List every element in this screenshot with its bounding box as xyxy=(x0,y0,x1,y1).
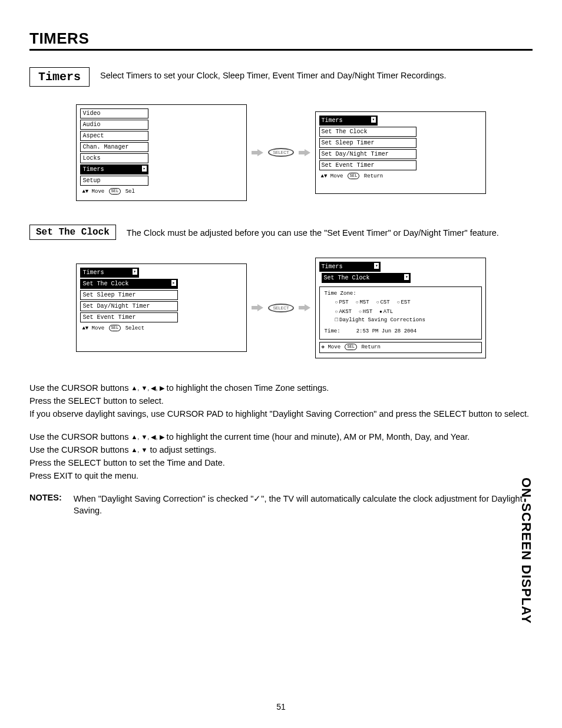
menu-item-set-clock-selected: Set The Clock▸ xyxy=(80,279,178,289)
updown-icon: ▲▼ xyxy=(82,325,88,331)
time-value: 2:53 PM Jun 28 2004 xyxy=(356,328,417,334)
tz-row-2: AKST HST ATL xyxy=(335,309,477,316)
menu-item-set-daynight: Set Day/Night Timer xyxy=(80,301,178,311)
sel-button-icon: SEL xyxy=(109,325,121,331)
chevron-down-icon: ▾ xyxy=(133,269,137,275)
instr-text: Use the CURSOR buttons xyxy=(29,445,131,454)
menu-item-locks: Locks xyxy=(80,153,148,163)
page-number: 51 xyxy=(0,702,562,711)
arrow-right-icon xyxy=(252,149,263,156)
menu-header-timers: Timers▾ xyxy=(319,262,381,272)
chevron-down-icon: ▾ xyxy=(404,274,409,280)
menu-footer: ▲▼ Move SEL Return xyxy=(319,172,417,182)
menu-item-set-event: Set Event Timer xyxy=(319,160,417,170)
instructions-block-2: Use the CURSOR buttons ▲, ▼, ◀, ▶ to hig… xyxy=(29,431,533,482)
arrow-right-icon xyxy=(299,304,310,311)
menu-item-label: Set The Clock xyxy=(324,275,370,281)
timers-label: Timers xyxy=(29,67,90,87)
footer-action: Return xyxy=(364,173,383,179)
notes-label: NOTES: xyxy=(29,493,62,517)
main-menu-screen: Video Audio Aspect Chan. Manager Locks T… xyxy=(76,104,247,201)
menu-item-aspect: Aspect xyxy=(80,131,148,141)
chevron-right-icon: ▸ xyxy=(142,166,147,172)
menu-footer: ▲▼ Move SEL Select xyxy=(80,324,178,334)
instr-text: If you observe daylight savings, use CUR… xyxy=(29,408,533,420)
dst-label: Daylight Saving Corrections xyxy=(339,317,425,323)
timezone-label: Time Zone: xyxy=(325,291,477,298)
menu-header-label: Timers xyxy=(82,269,104,276)
time-label: Time: xyxy=(325,328,340,334)
timers-sub-screen: Timers▾ Set The Clock▸ Set Sleep Timer S… xyxy=(76,263,247,352)
updown-icon: ▲▼ xyxy=(321,173,328,179)
tz-mst: MST xyxy=(356,299,369,307)
cross-arrows-icon: ✥ xyxy=(322,344,325,350)
cursor-arrows-icon: ▲, ▼ xyxy=(131,446,147,453)
side-tab: ON-SCREEN DISPLAY xyxy=(518,477,534,624)
chevron-right-icon: ▸ xyxy=(171,280,176,286)
checkbox-icon xyxy=(335,317,339,323)
tz-row-1: PST MST CST EST xyxy=(335,299,477,307)
instr-text: Press the SELECT button to select. xyxy=(29,395,533,407)
chevron-down-icon: ▾ xyxy=(374,263,379,269)
instr-text: to adjust settings. xyxy=(147,445,216,454)
menu-item-label: Set The Clock xyxy=(82,281,128,287)
menu-footer: ▲▼ Move SEL Sel xyxy=(80,187,148,197)
notes-text: When "Daylight Saving Correction" is che… xyxy=(74,493,533,517)
dst-option: Daylight Saving Corrections xyxy=(335,317,477,324)
menu-header-label: Timers xyxy=(322,263,343,270)
select-button-oval: SELECT xyxy=(268,148,293,157)
instr-text: Press the SELECT button to set the Time … xyxy=(29,457,533,469)
footer-move: Move xyxy=(92,325,105,331)
screens-row-2: Timers▾ Set The Clock▸ Set Sleep Timer S… xyxy=(29,258,533,358)
set-clock-intro: The Clock must be adjusted before you ca… xyxy=(127,225,499,239)
menu-item-video: Video xyxy=(80,108,148,118)
notes-text-a: When "Daylight Saving Correction" is che… xyxy=(74,494,254,503)
menu-item-chan-manager: Chan. Manager xyxy=(80,142,148,152)
menu-header-timers: Timers▾ xyxy=(80,268,138,278)
footer-action: Sel xyxy=(125,189,135,195)
sel-button-icon: SEL xyxy=(109,188,121,195)
screens-row-1: Video Audio Aspect Chan. Manager Locks T… xyxy=(29,104,533,201)
select-button-oval: SELECT xyxy=(268,304,293,312)
sel-button-icon: SEL xyxy=(345,344,357,350)
footer-action: Select xyxy=(125,325,144,331)
menu-footer: ✥ Move SEL Return xyxy=(319,342,482,353)
tz-akst: AKST xyxy=(335,309,352,316)
instr-text: to highlight the chosen Time Zone settin… xyxy=(164,383,329,393)
cursor-arrows-icon: ▲, ▼, ◀, ▶ xyxy=(131,384,164,391)
menu-item-timers: Timers▸ xyxy=(80,164,148,174)
arrow-right-icon xyxy=(299,149,310,156)
timers-section-header: Timers Select Timers to set your Clock, … xyxy=(29,67,533,87)
updown-icon: ▲▼ xyxy=(82,189,88,195)
menu-item-audio: Audio xyxy=(80,120,148,130)
tz-est: EST xyxy=(397,299,411,307)
tz-hst: HST xyxy=(359,309,372,316)
cursor-arrows-icon: ▲, ▼, ◀, ▶ xyxy=(131,433,164,440)
menu-item-set-sleep: Set Sleep Timer xyxy=(319,138,417,148)
menu-item-setup: Setup xyxy=(80,176,148,186)
sel-button-icon: SEL xyxy=(348,173,360,179)
menu-item-set-sleep: Set Sleep Timer xyxy=(80,290,178,300)
clock-set-screen: Timers▾ Set The Clock▾ Time Zone: PST MS… xyxy=(315,258,486,358)
menu-header-timers: Timers▾ xyxy=(319,116,378,126)
menu-item-set-clock-header: Set The Clock▾ xyxy=(322,273,411,283)
menu-header-timers-label: Timers xyxy=(322,117,343,124)
check-icon: ✓ xyxy=(253,494,261,503)
instr-text: Use the CURSOR buttons xyxy=(29,432,131,442)
set-clock-label: Set The Clock xyxy=(29,225,116,240)
set-clock-section-header: Set The Clock The Clock must be adjusted… xyxy=(29,225,533,240)
tz-cst: CST xyxy=(376,299,390,307)
arrow-right-icon xyxy=(252,304,263,311)
menu-item-set-event: Set Event Timer xyxy=(80,312,178,322)
chevron-down-icon: ▾ xyxy=(371,117,376,123)
footer-action: Return xyxy=(361,344,380,350)
menu-item-set-daynight: Set Day/Night Timer xyxy=(319,149,417,159)
instr-text: to highlight the current time (hour and … xyxy=(164,432,470,442)
time-row: Time: 2:53 PM Jun 28 2004 xyxy=(325,328,477,335)
tz-pst: PST xyxy=(335,299,349,307)
instr-text: Press EXIT to quit the menu. xyxy=(29,470,533,482)
footer-move: Move xyxy=(330,173,343,179)
menu-item-set-clock: Set The Clock xyxy=(319,127,417,137)
tz-atl: ATL xyxy=(379,309,393,316)
clock-panel: Time Zone: PST MST CST EST AKST HST ATL … xyxy=(319,286,482,340)
